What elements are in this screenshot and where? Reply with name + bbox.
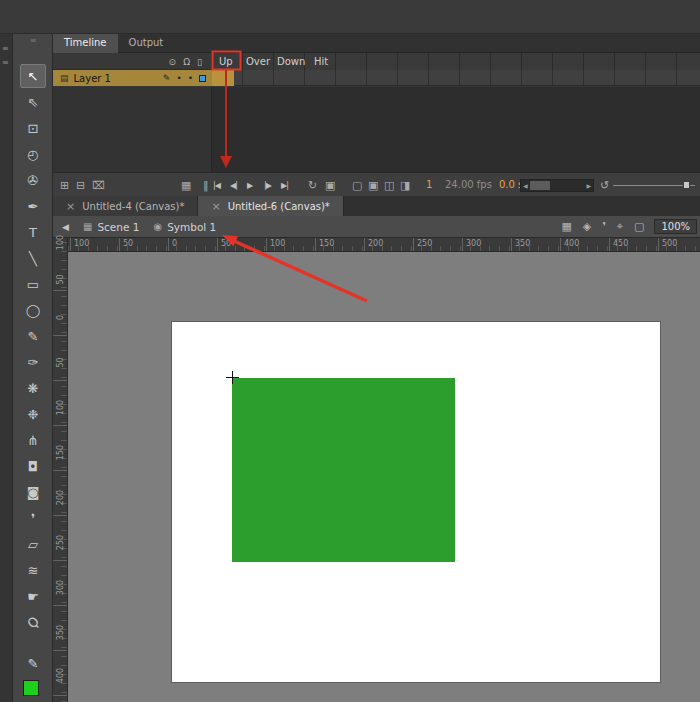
vertical-ruler[interactable]: 10050050100150200250300350400 xyxy=(53,238,68,702)
lasso-tool-icon: ✇ xyxy=(28,173,39,188)
frame-label-hit[interactable]: Hit xyxy=(314,56,328,67)
onion-skin-button[interactable]: ▢ xyxy=(352,177,362,193)
eyedropper-tool[interactable]: ❜ xyxy=(20,506,46,530)
v-ruler-label: 100 xyxy=(56,399,65,417)
deco-tool[interactable]: ❉ xyxy=(20,402,46,426)
center-frame-button[interactable]: ‖ xyxy=(203,177,209,193)
text-tool[interactable]: T xyxy=(20,220,46,244)
modify-markers-button[interactable]: ◨ xyxy=(400,177,410,193)
layer-name[interactable]: Layer 1 xyxy=(74,73,111,84)
frame-label-down[interactable]: Down xyxy=(277,56,305,67)
h-ruler-label: 350 xyxy=(515,239,530,248)
go-to-first-frame-button[interactable]: |◀ xyxy=(213,177,220,193)
edit-symbol-icon[interactable]: ◈ xyxy=(583,220,591,233)
play-button[interactable]: ▶ xyxy=(247,177,252,193)
stage[interactable] xyxy=(172,322,660,682)
h-ruler-label: 100 xyxy=(74,239,89,248)
scrollbar-thumb[interactable] xyxy=(530,181,550,190)
scroll-left-icon[interactable]: ◀ xyxy=(521,182,530,189)
h-ruler-label: 50 xyxy=(123,239,133,248)
close-tab-icon[interactable]: × xyxy=(211,200,220,213)
zoom-level-select[interactable]: 100% xyxy=(654,219,697,234)
drawn-rectangle[interactable] xyxy=(232,378,455,562)
3d-rotation-tool[interactable]: ◴ xyxy=(20,142,46,166)
subselection-tool[interactable]: ⇖ xyxy=(20,90,46,114)
step-forward-button[interactable]: |▶ xyxy=(264,177,271,193)
paint-bucket-tool[interactable]: ◘ xyxy=(20,454,46,478)
document-tab-label: Untitled-4 (Canvas)* xyxy=(82,201,184,212)
layer-type-icon: ▤ xyxy=(60,73,69,83)
width-tool[interactable]: ≋ xyxy=(20,558,46,582)
tools-panel-grip-icon[interactable]: ≡ xyxy=(13,36,53,45)
frame-range-button[interactable]: ▣ xyxy=(325,177,335,193)
eraser-tool[interactable]: ▱ xyxy=(20,532,46,556)
timeline-controls-bar: ⊞⊟⌧▦‖|◀◀|▶|▶▶|↻▣▢▣◫◨124.00 fps0.0 s◀▶↺ xyxy=(53,172,700,196)
timeline-scrollbar[interactable]: ◀▶ xyxy=(520,179,594,192)
zoom-tool[interactable]: Ϙ xyxy=(20,610,46,634)
active-frame-cell[interactable] xyxy=(212,70,234,86)
outline-column-icon[interactable]: ▯ xyxy=(197,57,202,67)
panel-tab-output[interactable]: Output xyxy=(118,34,175,53)
layer-name-cell[interactable]: ▤ Layer 1 ✎ • • xyxy=(53,70,212,86)
new-layer-button[interactable]: ⊞ xyxy=(60,177,69,193)
bone-tool[interactable]: ⋔ xyxy=(20,428,46,452)
pencil-tool[interactable]: ✎ xyxy=(20,324,46,348)
hand-tool[interactable]: ☛ xyxy=(20,584,46,608)
frame-label-over[interactable]: Over xyxy=(246,56,270,67)
lock-column-icon[interactable]: Ω xyxy=(183,57,190,67)
layer-frames-strip[interactable] xyxy=(212,70,700,86)
oval-tool[interactable]: ◯ xyxy=(20,298,46,322)
onion-outlines-button[interactable]: ▣ xyxy=(368,177,378,193)
line-tool[interactable]: ╲ xyxy=(20,246,46,270)
edit-scene-icon[interactable]: ▦ xyxy=(561,220,571,233)
fill-color-swatch[interactable] xyxy=(23,680,39,696)
document-tab-untitled-6[interactable]: ×Untitled-6 (Canvas)* xyxy=(198,196,343,216)
scene-breadcrumb[interactable]: ▦ Scene 1 xyxy=(83,221,139,233)
frame-rate-indicator[interactable]: 24.00 fps xyxy=(445,179,492,190)
layer-row[interactable]: ▤ Layer 1 ✎ • • xyxy=(53,70,700,86)
rectangle-tool[interactable]: ▭ xyxy=(20,272,46,296)
layer-lock-dot[interactable]: • xyxy=(188,73,193,83)
rectangle-tool-icon: ▭ xyxy=(27,277,39,292)
brush-tool[interactable]: ✑ xyxy=(20,350,46,374)
reset-timeline-zoom-button[interactable]: ↺ xyxy=(600,177,609,193)
lasso-tool[interactable]: ✇ xyxy=(20,168,46,192)
loop-button[interactable]: ↻ xyxy=(308,177,317,193)
layer-outline-color-swatch[interactable] xyxy=(199,75,206,82)
document-tab-untitled-4[interactable]: ×Untitled-4 (Canvas)* xyxy=(53,196,198,216)
close-tab-icon[interactable]: × xyxy=(66,200,75,213)
panel-tab-timeline[interactable]: Timeline xyxy=(53,34,118,53)
camera-button[interactable]: ▦ xyxy=(181,177,191,193)
current-frame-indicator: 1 xyxy=(426,179,432,190)
timeline-zoom-knob[interactable] xyxy=(683,181,690,189)
edit-multiple-frames-button[interactable]: ◫ xyxy=(384,177,394,193)
back-button[interactable]: ◀ xyxy=(62,222,69,232)
step-back-button[interactable]: ◀| xyxy=(230,177,237,193)
ink-bottle-tool[interactable]: ◙ xyxy=(20,480,46,504)
document-tab-label: Untitled-6 (Canvas)* xyxy=(228,201,330,212)
frame-label-up[interactable]: Up xyxy=(219,56,233,67)
pen-tool[interactable]: ✒ xyxy=(20,194,46,218)
h-ruler-label: 250 xyxy=(417,239,432,248)
clip-outline-icon[interactable]: ▢ xyxy=(634,220,644,233)
selection-tool[interactable]: ↖ xyxy=(20,64,46,88)
symbol-breadcrumb[interactable]: ◉ Symbol 1 xyxy=(153,221,216,233)
v-ruler-label: 150 xyxy=(56,444,65,462)
horizontal-ruler[interactable]: 10050050100150200250300350400450500 xyxy=(68,238,700,252)
go-to-last-frame-button[interactable]: ▶| xyxy=(281,177,288,193)
pasteboard[interactable] xyxy=(68,252,700,702)
center-stage-icon[interactable]: ⌖ xyxy=(617,220,623,233)
layer-active-pencil-icon: ✎ xyxy=(163,73,171,83)
new-folder-button[interactable]: ⊟ xyxy=(76,177,85,193)
droplet-icon[interactable]: ❜ xyxy=(602,220,606,233)
layer-visibility-dot[interactable]: • xyxy=(176,73,181,83)
stroke-color-control[interactable]: ✎ xyxy=(20,652,46,674)
visibility-column-icon[interactable]: ⊙ xyxy=(169,57,177,67)
collapsed-panel-icon-2[interactable]: ≡ xyxy=(2,58,9,67)
spray-brush-tool[interactable]: ❋ xyxy=(20,376,46,400)
free-transform-tool[interactable]: ⊡ xyxy=(20,116,46,140)
delete-layer-button[interactable]: ⌧ xyxy=(92,177,105,193)
collapsed-panel-icon[interactable]: ≡ xyxy=(2,44,9,53)
v-ruler-label: 300 xyxy=(56,579,65,597)
scroll-right-icon[interactable]: ▶ xyxy=(584,182,593,189)
